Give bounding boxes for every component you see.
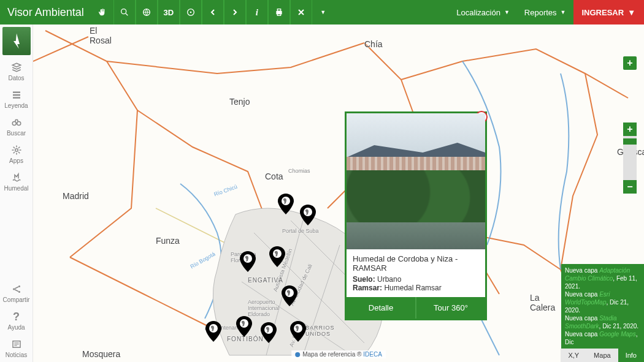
zoom-out-button[interactable]: − [623,180,637,194]
info-button[interactable]: i [246,0,268,25]
popup-detalle-button[interactable]: Detalle [347,297,415,319]
sidebar-item-buscar[interactable]: Buscar [0,113,33,140]
svg-point-8 [12,122,16,126]
news-item: Nueva capa Adaptación Cambio Climático, … [565,266,640,290]
identify-button[interactable] [180,0,202,25]
svg-point-4 [190,12,191,13]
caret-icon: ▼ [627,8,635,17]
attribution-link[interactable]: IDECA [363,351,382,358]
news-item: Nueva capa Esri WorldTopoMap, Dic 21, 20… [565,290,640,314]
tab-mapa[interactable]: Mapa [586,349,618,362]
svg-point-11 [13,288,15,290]
map-canvas[interactable]: El Rosal Tenjo Chía Cota Madrid Funza Gu… [33,25,644,362]
wetland-pin[interactable] [278,194,294,214]
popup-field-value: Urbano [377,275,401,284]
tab-info[interactable]: Info [618,349,644,362]
map-label-aeropuerto: Aeropuerto Internacional Eldorado [248,299,280,317]
wetland-pin[interactable] [261,322,277,343]
wetland-pin[interactable] [282,285,297,306]
sidebar-item-ayuda[interactable]: ?Ayuda [0,307,33,334]
wetland-pin[interactable] [269,246,285,267]
svg-rect-6 [277,9,280,11]
map-label-chia: Chía [364,39,383,49]
print-button[interactable] [268,0,290,25]
svg-point-12 [18,285,20,287]
binoculars-icon [1,116,32,129]
news-item: Nueva capa Google Maps, Dic [565,330,640,346]
popup-field-key: Suelo: [353,275,375,284]
sidebar-item-humedal[interactable]: Humedal [0,168,33,195]
news-icon [1,338,32,350]
wetland-pin[interactable] [290,321,306,342]
3d-button[interactable]: 3D [158,0,180,25]
zoom-in-button[interactable]: + [623,123,637,136]
map-label-funza: Funza [156,236,180,246]
hand-tool-button[interactable] [91,0,113,25]
map-label-portalsuba: Portal de Suba [282,228,319,234]
left-sidebar: Datos Leyenda Buscar Apps Humedal Compar… [0,25,33,362]
popup-buttons: Detalle Tour 360° [347,297,485,319]
reportes-dropdown[interactable]: Reportes▼ [517,0,573,25]
bottom-tabs: X,Y Mapa Info [561,349,644,362]
app-brand: Visor Ambiental [0,6,91,19]
sidebar-item-apps[interactable]: Apps [0,140,33,168]
news-item: Nueva capa Stadia SmoothDark, Dic 21, 20… [565,314,640,330]
map-label-mosquera: Mosquera [82,349,120,359]
login-button[interactable]: INGRESAR▼ [573,0,645,25]
caret-icon: ▼ [561,9,566,15]
feature-popup: ✕ Humedal de Cordoba y Niza - RAMSAR Sue… [345,111,487,320]
sidebar-item-compartir[interactable]: Compartir [0,279,33,307]
news-panel: Nueva capa Adaptación Cambio Climático, … [561,264,644,349]
sidebar-item-noticias[interactable]: Noticias [0,334,33,362]
app-logo [2,27,31,55]
svg-point-0 [121,9,126,14]
wetland-pin[interactable] [236,316,252,337]
svg-point-10 [15,149,18,152]
nav-label: Apps [9,157,23,164]
zoom-slider-track[interactable] [623,136,637,180]
add-layer-button[interactable]: + [623,56,637,70]
attribution-text: Mapa de referencia ® [302,351,363,358]
wetland-icon [1,172,32,184]
share-icon [1,283,32,295]
popup-tour-button[interactable]: Tour 360° [415,297,485,319]
sidebar-item-leyenda[interactable]: Leyenda [0,85,33,113]
zoom-control: + − [623,123,637,194]
attribution-dot-icon [295,352,300,357]
gear-icon [1,144,32,156]
wetland-pin-selected[interactable] [205,321,221,342]
zoom-button[interactable] [113,0,136,25]
nav-label: Buscar [7,130,26,137]
forward-button[interactable] [224,0,246,25]
localizacion-label: Localización [456,8,500,17]
popup-body: Suelo: Urbano Ramsar: Humedal Ramsar [347,275,485,297]
svg-line-1 [126,13,128,15]
login-label: INGRESAR [582,8,624,17]
nav-label: Datos [8,75,24,81]
news-link[interactable]: Google Maps [599,331,635,337]
map-label-engativa: ENGATIVÁ [248,277,283,284]
tools-button[interactable] [290,0,312,25]
map-attribution: Mapa de referencia ® IDECA [291,350,386,358]
question-icon: ? [1,311,32,323]
localizacion-dropdown[interactable]: Localización▼ [449,0,516,25]
wetland-pin[interactable] [300,205,316,225]
svg-point-9 [17,122,20,126]
reportes-label: Reportes [524,8,557,17]
zoom-slider-thumb[interactable] [623,138,637,145]
popup-field-value: Humedal Ramsar [384,284,441,292]
globe-button[interactable] [136,0,158,25]
back-button[interactable] [202,0,224,25]
nav-label: Leyenda [4,102,28,109]
popup-image [347,113,485,249]
map-label-chomias: Chomias [288,168,310,174]
popup-title: Humedal de Cordoba y Niza - RAMSAR [347,249,485,275]
sidebar-item-datos[interactable]: Datos [0,58,33,85]
map-label-cota: Cota [265,172,283,181]
map-label-madrid: Madrid [63,191,89,201]
map-label-barrios: BARRIOS UNIDOS [305,325,335,337]
map-label-tenjo: Tenjo [229,97,250,107]
tab-xy[interactable]: X,Y [561,349,586,362]
wetland-pin[interactable] [240,251,256,272]
more-dropdown[interactable]: ▼ [312,0,334,25]
